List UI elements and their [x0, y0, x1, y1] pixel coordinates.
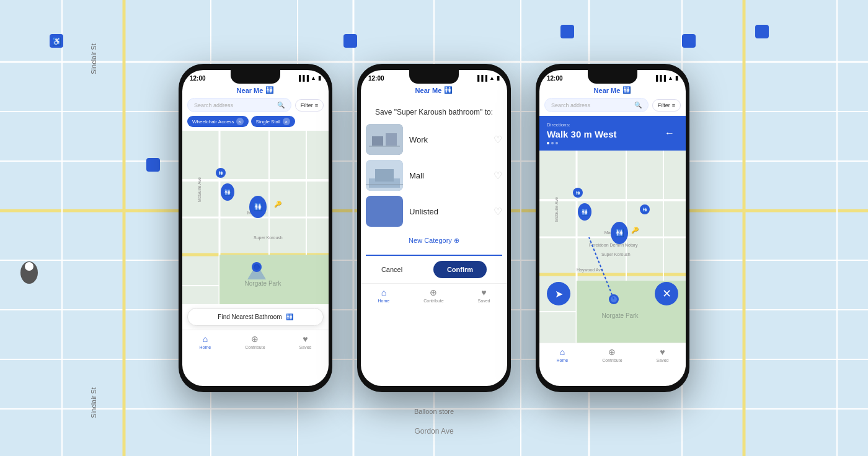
find-btn-label: Find Nearest Bathroom	[218, 314, 281, 320]
chip-label-2: Single Stall	[256, 119, 281, 125]
bottom-bar-3: ⌂ Home ⊕ Contribute ♥ Saved	[539, 343, 686, 367]
svg-text:🚻: 🚻	[575, 190, 581, 196]
saved-label-3: Saved	[657, 358, 669, 362]
battery-icon-3: ▮	[675, 75, 678, 81]
saved-label-2: Saved	[478, 299, 490, 303]
search-row-1: Search address 🔍 Filter ≡	[182, 98, 329, 116]
find-nearest-btn[interactable]: Find Nearest Bathroom 🚻	[187, 308, 324, 326]
directions-label: Directions:	[547, 122, 617, 128]
contribute-label-1: Contribute	[245, 345, 265, 349]
new-category-label: New Category	[409, 237, 452, 244]
unlisted-image	[366, 196, 403, 227]
chip-x-1[interactable]: ×	[236, 118, 244, 125]
svg-rect-57	[366, 124, 403, 155]
svg-text:🔑: 🔑	[274, 200, 282, 208]
directions-text-container: Directions: Walk 30 m West	[547, 122, 617, 144]
save-option-work[interactable]: Work ♡	[366, 124, 502, 155]
dot-2	[551, 142, 554, 144]
app-header-3: Near Me 🚻	[539, 84, 686, 98]
dot-1	[547, 142, 549, 144]
save-option-unlisted[interactable]: Unlisted ♡	[366, 196, 502, 227]
signal-icon-2: ▐▐▐	[476, 75, 487, 81]
battery-icon: ▮	[318, 75, 321, 81]
mall-heart[interactable]: ♡	[494, 170, 502, 182]
status-icons-1: ▐▐▐ ▲ ▮	[297, 75, 321, 81]
contribute-label-2: Contribute	[423, 299, 443, 303]
bathroom-icon-1: 🚻	[265, 86, 274, 94]
plus-icon: ⊕	[454, 237, 459, 244]
navigate-btn[interactable]: ➤	[547, 282, 570, 305]
svg-text:Norgate Park: Norgate Park	[245, 280, 282, 287]
home-icon-2: ⌂	[381, 287, 386, 297]
chip-label-1: Wheelchair Access	[192, 119, 234, 125]
phone-2: 12:00 ▐▐▐ ▲ ▮ Near Me 🚻 Save "Super Karo…	[357, 64, 511, 392]
svg-text:🚻: 🚻	[218, 170, 224, 176]
wifi-icon-3: ▲	[668, 75, 673, 81]
chip-single-stall[interactable]: Single Stall ×	[251, 116, 295, 127]
signal-icon-3: ▐▐▐	[654, 75, 666, 81]
filter-chips-1: Wheelchair Access × Single Stall ×	[182, 116, 329, 131]
svg-text:McGuire Ave: McGuire Ave	[554, 197, 559, 222]
bathroom-icon-2: 🚻	[444, 86, 453, 94]
search-placeholder-1: Search address	[194, 102, 275, 108]
confirm-btn[interactable]: Confirm	[433, 261, 487, 278]
home-icon-1: ⌂	[203, 334, 208, 344]
saved-icon-3: ♥	[660, 347, 665, 357]
filter-icon-1: ≡	[315, 102, 318, 108]
save-option-mall[interactable]: Mall ♡	[366, 160, 502, 191]
contribute-icon-2: ⊕	[430, 287, 437, 297]
wifi-icon: ▲	[311, 75, 316, 81]
app-header-1: Near Me 🚻	[182, 84, 329, 98]
bathroom-icon-3: 🚻	[622, 86, 631, 94]
tab-home-3[interactable]: ⌂ Home	[557, 347, 569, 362]
status-time-1: 12:00	[190, 75, 206, 82]
svg-rect-60	[369, 146, 400, 147]
chip-x-2[interactable]: ×	[283, 118, 290, 125]
dialog-actions: Cancel Confirm	[366, 255, 502, 278]
chip-wheelchair[interactable]: Wheelchair Access ×	[187, 116, 249, 127]
save-dialog: Save "Super Karoush bathroom" to: Work ♡	[361, 98, 507, 283]
home-label-2: Home	[378, 299, 390, 303]
filter-label-1: Filter	[301, 102, 313, 108]
filter-btn-3[interactable]: Filter ≡	[652, 99, 681, 112]
tab-saved-2[interactable]: ♥ Saved	[478, 287, 490, 303]
unlisted-heart[interactable]: ♡	[494, 206, 502, 217]
status-time-3: 12:00	[547, 75, 563, 82]
app-title-1: Near Me	[237, 87, 264, 94]
search-box-3[interactable]: Search address 🔍	[544, 98, 649, 112]
tab-contribute-3[interactable]: ⊕ Contribute	[602, 347, 622, 362]
new-category[interactable]: New Category ⊕	[366, 237, 502, 245]
close-nav-btn[interactable]: ✕	[655, 282, 678, 305]
phone-1: 12:00 ▐▐▐ ▲ ▮ Near Me 🚻 Search address 🔍	[179, 64, 332, 392]
app-title-2: Near Me	[415, 87, 442, 94]
svg-text:🚻: 🚻	[224, 188, 232, 196]
directions-text: Walk 30 m West	[547, 129, 617, 139]
wifi-icon-2: ▲	[489, 75, 495, 81]
work-heart[interactable]: ♡	[494, 134, 502, 146]
phone-3-map: Norgate Park McGuire Ave Marine Dr Haywo…	[539, 151, 686, 343]
unlisted-label: Unlisted	[409, 207, 487, 216]
filter-btn-1[interactable]: Filter ≡	[295, 99, 324, 112]
app-title-3: Near Me	[594, 87, 621, 94]
work-label: Work	[409, 135, 487, 144]
work-image	[366, 124, 403, 155]
tab-home-1[interactable]: ⌂ Home	[200, 334, 211, 349]
svg-text:Norgate Park: Norgate Park	[602, 312, 639, 319]
search-box-1[interactable]: Search address 🔍	[187, 98, 291, 112]
directions-header: Directions: Walk 30 m West ←	[539, 116, 686, 151]
phone-1-screen: 12:00 ▐▐▐ ▲ ▮ Near Me 🚻 Search address 🔍	[182, 70, 329, 386]
tab-saved-1[interactable]: ♥ Saved	[299, 334, 312, 349]
saved-icon-1: ♥	[303, 334, 308, 344]
svg-rect-58	[372, 136, 383, 146]
contribute-icon-1: ⊕	[251, 334, 259, 344]
tab-contribute-1[interactable]: ⊕ Contribute	[245, 334, 265, 349]
tab-home-2[interactable]: ⌂ Home	[378, 287, 390, 303]
cancel-btn[interactable]: Cancel	[381, 266, 402, 273]
svg-rect-63	[375, 169, 394, 182]
back-btn[interactable]: ←	[661, 125, 678, 142]
svg-text:🔑: 🔑	[631, 226, 639, 234]
tab-contribute-2[interactable]: ⊕ Contribute	[423, 287, 443, 303]
search-icon-1: 🔍	[277, 102, 285, 108]
tab-saved-3[interactable]: ♥ Saved	[657, 347, 669, 362]
search-icon-3: 🔍	[634, 102, 642, 108]
